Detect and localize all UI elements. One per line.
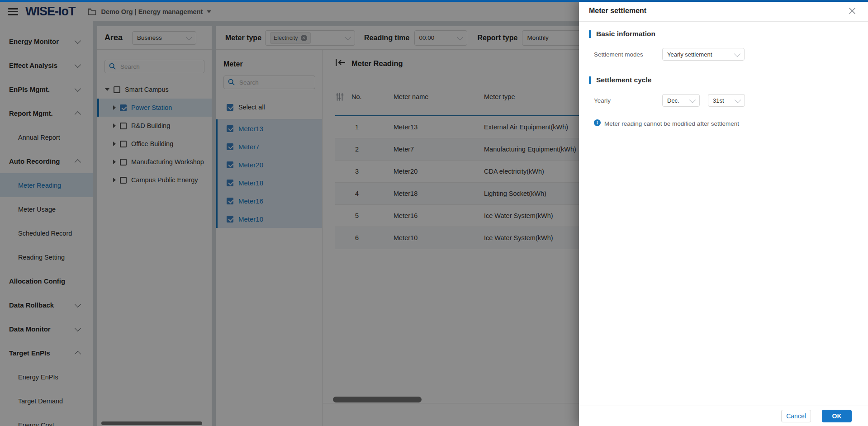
chevron-down-icon bbox=[735, 96, 741, 103]
info-icon bbox=[594, 119, 601, 128]
settlement-modes-label: Settlement modes bbox=[594, 51, 657, 58]
yearly-label: Yearly bbox=[594, 97, 657, 104]
cancel-button[interactable]: Cancel bbox=[781, 410, 811, 422]
close-icon[interactable] bbox=[848, 7, 856, 15]
chevron-down-icon bbox=[734, 50, 740, 57]
top-accent-strip bbox=[0, 0, 868, 2]
drawer-footer: Cancel OK bbox=[579, 406, 868, 426]
basic-information-section: Basic information bbox=[589, 30, 858, 38]
drawer-title: Meter settlement bbox=[589, 7, 646, 15]
settlement-day-select[interactable]: 31st bbox=[708, 94, 745, 107]
chevron-down-icon bbox=[689, 96, 696, 103]
modal-overlay[interactable] bbox=[0, 0, 579, 426]
settlement-month-select[interactable]: Dec. bbox=[662, 94, 700, 107]
section-accent-bar bbox=[589, 30, 591, 38]
settlement-note: Meter reading cannot be modified after s… bbox=[589, 119, 858, 128]
section-accent-bar bbox=[589, 76, 591, 84]
meter-settlement-drawer: Meter settlement Basic information Settl… bbox=[579, 0, 868, 426]
settlement-cycle-section: Settlement cycle bbox=[589, 76, 858, 84]
settlement-modes-select[interactable]: Yearly settlement bbox=[662, 48, 745, 61]
ok-button[interactable]: OK bbox=[822, 410, 852, 422]
